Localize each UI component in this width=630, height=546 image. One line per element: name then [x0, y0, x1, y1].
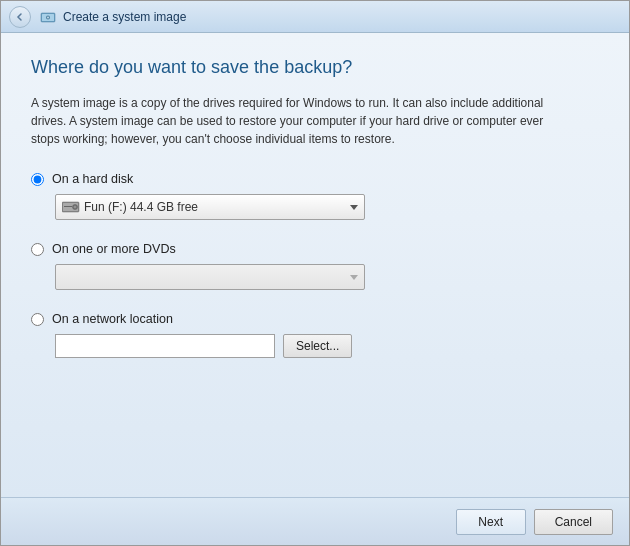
hard-disk-label: On a hard disk: [52, 172, 133, 186]
hdd-icon: [62, 201, 80, 213]
window-title: Create a system image: [63, 10, 186, 24]
network-option: On a network location Select...: [31, 312, 599, 358]
dvd-option: On one or more DVDs: [31, 242, 599, 294]
dvd-radio[interactable]: [31, 243, 44, 256]
hard-disk-option: On a hard disk Fun (F:) 44.4 GB free: [31, 172, 599, 224]
page-heading: Where do you want to save the backup?: [31, 57, 599, 78]
footer: Next Cancel: [1, 497, 629, 545]
dvd-dropdown-arrow: [350, 275, 358, 280]
network-input-row: Select...: [55, 334, 599, 358]
next-button[interactable]: Next: [456, 509, 526, 535]
svg-rect-8: [64, 206, 72, 207]
dvd-radio-label[interactable]: On one or more DVDs: [31, 242, 599, 256]
description-text: A system image is a copy of the drives r…: [31, 94, 571, 148]
hard-disk-dropdown[interactable]: Fun (F:) 44.4 GB free: [55, 194, 365, 220]
content-area: Where do you want to save the backup? A …: [1, 33, 629, 497]
hard-disk-dropdown-row: Fun (F:) 44.4 GB free: [55, 194, 599, 220]
hard-disk-dropdown-value: Fun (F:) 44.4 GB free: [84, 200, 198, 214]
hard-disk-dropdown-arrow: [350, 205, 358, 210]
window-icon: [39, 8, 57, 26]
cancel-button[interactable]: Cancel: [534, 509, 613, 535]
svg-point-3: [47, 16, 49, 18]
title-bar: Create a system image: [1, 1, 629, 33]
back-button[interactable]: [9, 6, 31, 28]
network-radio-label[interactable]: On a network location: [31, 312, 599, 326]
network-radio[interactable]: [31, 313, 44, 326]
window: Create a system image Where do you want …: [0, 0, 630, 546]
select-button[interactable]: Select...: [283, 334, 352, 358]
svg-point-7: [74, 206, 76, 208]
dvd-dropdown-row: [55, 264, 599, 290]
dvd-dropdown[interactable]: [55, 264, 365, 290]
hard-disk-radio[interactable]: [31, 173, 44, 186]
network-location-input[interactable]: [55, 334, 275, 358]
dvd-label: On one or more DVDs: [52, 242, 176, 256]
network-label: On a network location: [52, 312, 173, 326]
hard-disk-radio-label[interactable]: On a hard disk: [31, 172, 599, 186]
